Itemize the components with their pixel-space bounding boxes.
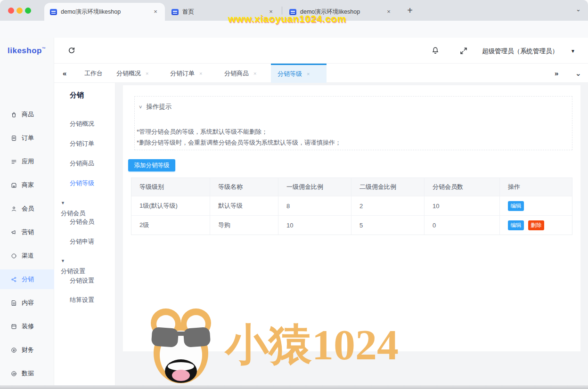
navtab-close-icon[interactable]: × [199,71,202,76]
collapse-tabs-left-icon[interactable]: « [63,69,66,77]
page-refresh-icon[interactable] [67,46,76,57]
table-header-cell: 二级佣金比例 [351,178,425,196]
sidebar-item-label: 数据 [22,369,34,378]
sidebar-item-label: 装修 [22,322,34,331]
table-body: 1级(默认等级)默认等级8210编辑2级导购1050编辑删除 [131,196,572,235]
levels-table: 等级级别等级名称一级佣金比例二级佣金比例分销会员数操作 1级(默认等级)默认等级… [131,178,572,235]
edit-button[interactable]: 编辑 [508,201,524,211]
tab-close-icon[interactable]: × [385,8,392,16]
sidebar-item-商品[interactable]: 商品 [0,105,54,124]
sidebar-item-财务[interactable]: 财务 [0,340,54,360]
user-icon [10,205,17,212]
caret-down-icon: ▼ [61,198,113,208]
chevron-down-icon: ˅ [139,104,142,110]
navtab-分销等级[interactable]: 分销等级× [271,64,327,83]
sidebar-item-label: 内容 [22,299,34,307]
window-bottom-edge [0,385,588,389]
notification-bell-icon[interactable] [431,46,440,57]
submenu-item-分销设置[interactable]: ▼分销设置 [54,256,115,266]
sidebar-item-应用[interactable]: 应用 [0,152,54,171]
submenu-item-label: 分销设置 [70,277,94,284]
navtab-close-icon[interactable]: × [253,71,256,76]
submenu-item-结算设置[interactable]: 结算设置 [54,295,115,305]
account-dropdown[interactable]: 超级管理员（系统管理员） [482,47,558,56]
navtab-close-icon[interactable]: × [307,71,310,77]
table-header-row: 等级级别等级名称一级佣金比例二级佣金比例分销会员数操作 [131,178,572,196]
sidebar-item-装修[interactable]: 装修 [0,316,54,336]
sidebar-item-商家[interactable]: 商家 [0,175,54,195]
new-tab-button[interactable]: + [404,5,416,16]
sidebar-item-内容[interactable]: 内容 [0,293,54,313]
table-row: 2级导购1050编辑删除 [131,215,572,235]
submenu-item-分销申请[interactable]: 分销申请 [54,236,115,247]
sidebar-item-订单[interactable]: 订单 [0,128,54,148]
sidebar-item-渠道[interactable]: 渠道 [0,246,54,266]
bag-icon [10,111,17,118]
submenu-item-label: 分销设置 [61,267,85,275]
sidebar-item-会员[interactable]: 会员 [0,199,54,219]
submenu-title: 分销 [70,91,84,100]
del-button[interactable]: 删除 [528,220,544,230]
table-header-cell: 分销会员数 [425,178,500,196]
submenu-item-分销会员[interactable]: ▼分销会员 [54,198,115,208]
account-caret-icon: ▼ [571,49,575,54]
sidebar-item-分销[interactable]: 分销 [0,269,54,289]
add-level-button[interactable]: 添加分销等级 [128,159,175,171]
table-header-cell: 等级级别 [131,178,210,196]
submenu-item-分销等级[interactable]: 分销等级 [54,178,115,188]
submenu-item-label: 结算设置 [70,296,94,303]
table-actions-cell: 编辑删除 [500,216,573,235]
likeshop-favicon [50,9,57,15]
submenu-item-label: 分销会员 [61,210,85,217]
admin-navtabs: « 工作台分销概况×分销订单×分销商品×分销等级× » ⌄ [54,64,588,83]
sidebar-item-数据[interactable]: 数据 [0,364,54,383]
sidebar-item-label: 财务 [22,346,34,354]
caret-down-icon: ▼ [61,256,113,266]
bottom-watermark: 小猿1024 [145,305,399,384]
navtab-分销订单[interactable]: 分销订单× [163,64,209,83]
order-icon [10,135,17,142]
submenu-item-分销商品[interactable]: 分销商品 [54,158,115,169]
browser-tab-title: demo演示环境likeshop [61,8,148,16]
navtab-工作台[interactable]: 工作台 [78,64,109,83]
fullscreen-icon[interactable] [459,47,468,57]
scroll-tabs-right-icon[interactable]: » [555,69,558,77]
submenu-item-label: 分销申请 [70,238,94,245]
monkey-logo-icon [145,305,217,384]
table-header-cell: 一级佣金比例 [278,178,351,196]
sidebar-item-label: 分销 [22,275,34,284]
navtab-label: 分销订单 [170,69,195,78]
tab-close-icon[interactable]: × [152,8,159,16]
table-cell: 1级(默认等级) [131,196,210,215]
table-actions-cell: 编辑 [500,196,573,215]
main-sidebar: likeshop™ 商品订单应用商家会员营销渠道分销内容装修财务数据设置系统 [0,38,54,389]
sidebar-item-label: 商品 [22,110,34,119]
navtabs-menu-chevron-icon[interactable]: ⌄ [575,69,581,78]
submenu-item-分销设置[interactable]: 分销设置 [54,276,115,286]
table-cell: 5 [351,216,425,235]
navtab-label: 分销商品 [224,69,249,78]
submenu-item-label: 分销商品 [70,160,94,167]
window-close-button[interactable] [8,8,14,14]
table-header-cell: 等级名称 [210,178,278,196]
submenu-item-分销会员[interactable]: 分销会员 [54,217,115,227]
table-cell: 10 [278,216,351,235]
finance-icon [10,347,17,354]
sidebar-item-营销[interactable]: 营销 [0,222,54,242]
operation-tips-panel: ˅ 操作提示 *管理分销会员的等级，系统默认等级不能删除；*删除分销等级时，会重… [134,96,572,150]
admin-header: 超级管理员（系统管理员） ▼ [54,38,588,64]
window-zoom-button[interactable] [25,8,31,14]
submenu-item-分销概况[interactable]: 分销概况 [54,119,115,129]
content-icon [10,300,17,307]
table-cell: 2级 [131,216,210,235]
navtab-分销概况[interactable]: 分销概况× [110,64,155,83]
top-watermark-text: www.xiaoyuan1024.com [228,13,346,24]
submenu-item-分销订单[interactable]: 分销订单 [54,138,115,149]
navtab-分销商品[interactable]: 分销商品× [218,64,263,83]
window-minimize-button[interactable] [16,8,23,14]
tab-search-chevron-icon[interactable]: ⌄ [576,6,581,13]
navtab-close-icon[interactable]: × [146,71,148,76]
edit-button[interactable]: 编辑 [508,220,524,230]
browser-tab[interactable]: demo演示环境likeshop× [44,3,165,21]
tips-collapse-header[interactable]: ˅ 操作提示 [139,103,172,111]
